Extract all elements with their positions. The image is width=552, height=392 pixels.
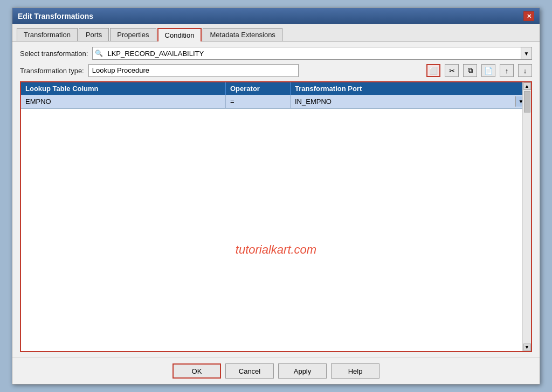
select-transformation-dropdown[interactable]: 🔍 LKP_RECORD_AVAILABILITY ▼ [92,47,532,60]
tab-properties[interactable]: Properties [110,28,156,41]
apply-button[interactable]: Apply [278,363,327,379]
scroll-down-button[interactable]: ▼ [523,344,531,351]
tab-ports[interactable]: Ports [79,28,109,41]
cell-operator: = [226,95,291,108]
col-header-operator: Operator [226,82,291,95]
watermark: tutorialkart.com [236,243,316,257]
transformation-type-value: Lookup Procedure [92,66,149,74]
cancel-button[interactable]: Cancel [225,363,274,379]
help-button[interactable]: Help [331,363,380,379]
close-button[interactable]: ✕ [523,11,534,21]
new-row-button[interactable]: ⬜ [426,64,440,77]
tab-transformation[interactable]: Transformation [17,28,78,41]
copy-button[interactable]: ⧉ [463,64,477,77]
title-bar: Edit Transformations ✕ [12,8,540,24]
paste-button[interactable]: 📄 [481,64,495,77]
cell-trans-port: IN_EMPNO ▼ [291,95,531,108]
dialog-title: Edit Transformations [18,12,93,20]
col-header-lookup: Lookup Table Column [21,82,226,95]
grid-header: Lookup Table Column Operator Transformat… [21,82,531,95]
scroll-up-button[interactable]: ▲ [523,82,531,90]
transformation-type-label: Transformation type: [20,67,84,75]
transformation-type-row: Transformation type: Lookup Procedure ⬜ … [20,64,532,77]
tabs-bar: Transformation Ports Properties Conditio… [12,24,540,41]
transformation-type-field: Lookup Procedure [88,64,299,77]
select-transformation-row: Select transformation: 🔍 LKP_RECORD_AVAI… [20,47,532,60]
cut-button[interactable]: ✂ [445,64,459,77]
dialog-body: Select transformation: 🔍 LKP_RECORD_AVAI… [12,41,540,358]
ok-button[interactable]: OK [172,363,221,379]
edit-transformations-dialog: Edit Transformations ✕ Transformation Po… [12,8,540,384]
col-header-trans-port: Transformation Port [291,82,531,95]
tab-metadata[interactable]: Metadata Extensions [203,28,282,41]
select-transformation-value: LKP_RECORD_AVAILABILITY [105,48,521,59]
select-transformation-label: Select transformation: [20,50,88,58]
move-down-button[interactable]: ↓ [518,64,532,77]
move-up-button[interactable]: ↑ [500,64,514,77]
scroll-thumb[interactable] [524,91,530,113]
dropdown-arrow-icon[interactable]: ▼ [521,47,532,59]
vertical-scrollbar[interactable]: ▲ ▼ [522,82,531,351]
table-row[interactable]: EMPNO = IN_EMPNO ▼ [21,95,531,109]
dialog-footer: OK Cancel Apply Help [12,358,540,384]
cell-lookup-col: EMPNO [21,95,226,108]
condition-grid: Lookup Table Column Operator Transformat… [20,81,532,352]
search-icon: 🔍 [93,50,105,57]
tab-condition[interactable]: Condition [157,28,202,41]
